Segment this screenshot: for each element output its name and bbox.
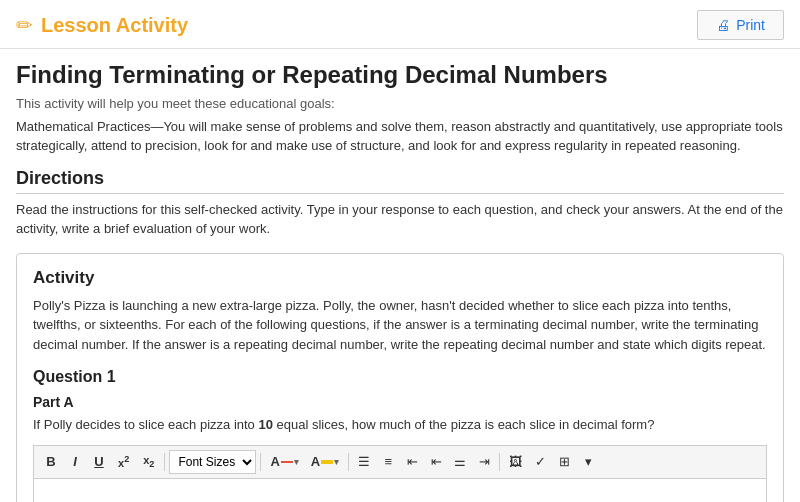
question1-title: Question 1 — [33, 368, 767, 386]
table-button[interactable]: ⊞ — [553, 451, 575, 472]
superscript-button[interactable]: x2 — [112, 451, 135, 472]
table-more-button[interactable]: ▾ — [577, 451, 599, 472]
part-a-bold: 10 — [258, 417, 272, 432]
part-a-label: Part A — [33, 394, 767, 410]
toolbar-separator-3 — [348, 453, 349, 471]
editor-area[interactable] — [33, 478, 767, 502]
italic-button[interactable]: I — [64, 451, 86, 472]
bold-button[interactable]: B — [40, 451, 62, 472]
page-title: Finding Terminating or Repeating Decimal… — [16, 61, 784, 90]
check-button[interactable]: ✓ — [529, 451, 551, 472]
activity-title: Activity — [33, 268, 767, 288]
header: ✏ Lesson Activity 🖨 Print — [0, 0, 800, 49]
align-left-button[interactable]: ⇤ — [425, 451, 447, 472]
bg-color-label: A — [311, 454, 320, 469]
activity-description: Polly's Pizza is launching a new extra-l… — [33, 296, 767, 355]
toolbar-separator-2 — [260, 453, 261, 471]
directions-text: Read the instructions for this self-chec… — [16, 200, 784, 239]
align-center-button[interactable]: ⚌ — [449, 451, 471, 472]
unordered-list-button[interactable]: ☰ — [353, 451, 375, 472]
part-a-before: If Polly decides to slice each pizza int… — [33, 417, 258, 432]
font-color-underline — [281, 461, 293, 463]
image-button[interactable]: 🖼 — [504, 451, 527, 472]
pencil-icon: ✏ — [16, 13, 33, 37]
bg-color-arrow: ▾ — [334, 457, 339, 467]
print-button[interactable]: 🖨 Print — [697, 10, 784, 40]
part-a-after: equal slices, how much of the pizza is e… — [273, 417, 655, 432]
main-content: Finding Terminating or Repeating Decimal… — [0, 49, 800, 502]
align-right-button[interactable]: ⇥ — [473, 451, 495, 472]
font-sizes-select[interactable]: Font Sizes8101214182436 — [169, 450, 256, 474]
ordered-list-button[interactable]: ≡ — [377, 451, 399, 472]
outdent-button[interactable]: ⇤ — [401, 451, 423, 472]
toolbar-separator-4 — [499, 453, 500, 471]
toolbar-separator-1 — [164, 453, 165, 471]
part-a-text: If Polly decides to slice each pizza int… — [33, 415, 767, 435]
header-title: Lesson Activity — [41, 14, 188, 37]
activity-box: Activity Polly's Pizza is launching a ne… — [16, 253, 784, 502]
font-color-label: A — [270, 454, 279, 469]
header-left: ✏ Lesson Activity — [16, 13, 188, 37]
font-color-button[interactable]: A ▾ — [265, 451, 303, 472]
bg-color-underline — [321, 460, 333, 464]
printer-icon: 🖨 — [716, 17, 730, 33]
bg-color-button[interactable]: A ▾ — [306, 451, 344, 472]
font-color-arrow: ▾ — [294, 457, 299, 467]
underline-button[interactable]: U — [88, 451, 110, 472]
subtitle: This activity will help you meet these e… — [16, 96, 784, 111]
description: Mathematical Practices—You will make sen… — [16, 117, 784, 156]
print-label: Print — [736, 17, 765, 33]
editor-toolbar: B I U x2 x2 Font Sizes8101214182436 A ▾ … — [33, 445, 767, 478]
directions-title: Directions — [16, 168, 784, 194]
subscript-button[interactable]: x2 — [137, 451, 160, 472]
